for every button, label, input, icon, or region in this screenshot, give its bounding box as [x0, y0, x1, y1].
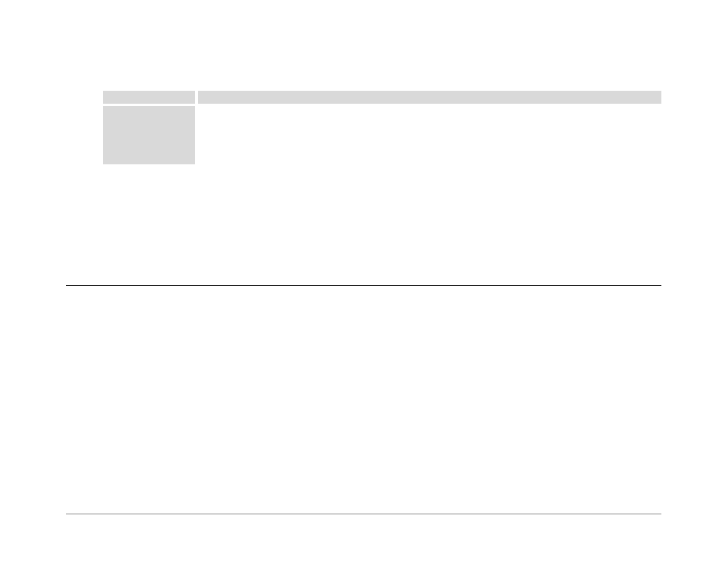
placeholder-bar-small [103, 91, 195, 104]
placeholder-block [103, 106, 195, 164]
placeholder-bar-large [198, 91, 661, 104]
top-bar-row [103, 91, 661, 104]
horizontal-divider [66, 514, 661, 514]
horizontal-divider [66, 285, 661, 286]
